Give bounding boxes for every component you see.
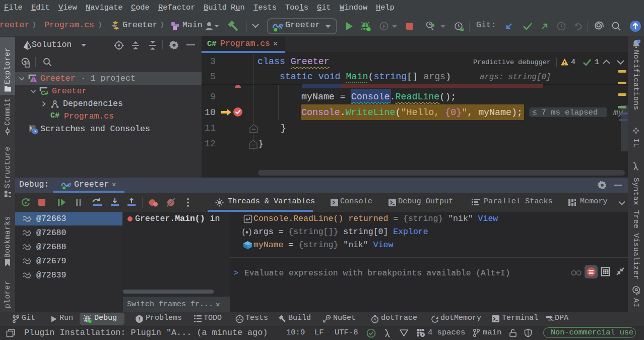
svg-text:C#: C# — [41, 90, 48, 96]
